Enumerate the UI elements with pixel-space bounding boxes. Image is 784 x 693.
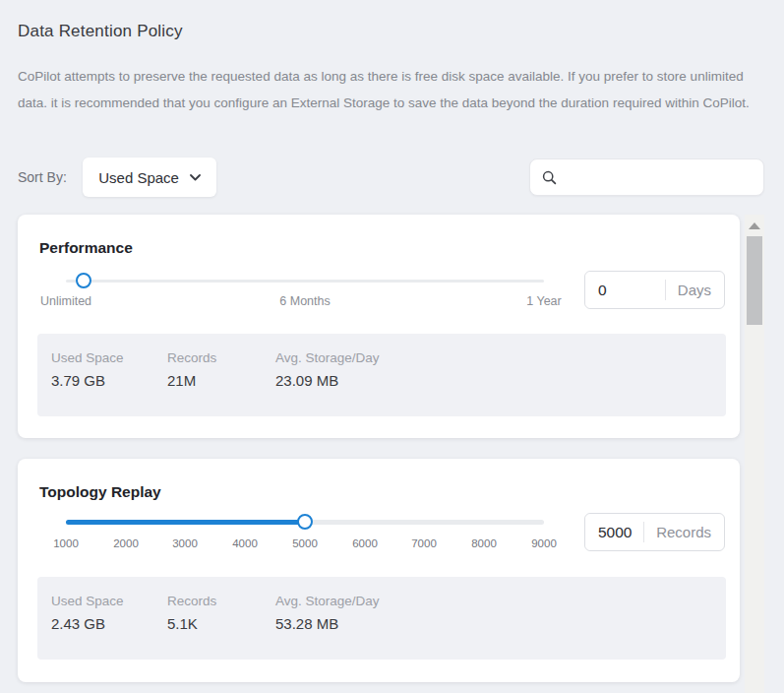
stat-used-space: Used Space 3.79 GB	[51, 350, 167, 416]
scrollbar-thumb[interactable]	[747, 236, 762, 325]
slider-tick-label: 4000	[232, 537, 258, 549]
slider-tick-label: 8000	[471, 537, 497, 549]
stat-used-space: Used Space 2.43 GB	[51, 594, 167, 660]
topology-replay-card: Topology Replay 1000 2000 3000 4000 5000…	[18, 459, 740, 682]
slider-tick-label: 9000	[531, 537, 557, 549]
stat-avg-storage: Avg. Storage/Day 23.09 MB	[275, 350, 726, 416]
stat-records: Records 21M	[167, 350, 275, 416]
stat-value: 53.28 MB	[275, 615, 726, 632]
search-box[interactable]	[529, 158, 764, 196]
slider-handle[interactable]	[297, 514, 313, 530]
toolbar: Sort By: Used Space	[18, 158, 764, 197]
topology-records-input[interactable]	[585, 514, 643, 550]
page-title: Data Retention Policy	[18, 22, 183, 41]
days-unit-label: Days	[665, 272, 724, 308]
stat-label: Records	[167, 350, 275, 365]
slider-tick-label: 1 Year	[526, 294, 561, 308]
vertical-scrollbar[interactable]	[745, 215, 764, 693]
stat-label: Avg. Storage/Day	[275, 350, 726, 365]
slider-tick-label: Unlimited	[40, 294, 91, 308]
records-unit-label: Records	[643, 514, 724, 550]
topology-stats-panel: Used Space 2.43 GB Records 5.1K Avg. Sto…	[37, 577, 726, 660]
stat-records: Records 5.1K	[167, 594, 275, 660]
performance-days-input[interactable]	[585, 272, 665, 308]
data-retention-policy-page: Data Retention Policy CoPilot attempts t…	[0, 0, 784, 693]
chevron-down-icon	[190, 174, 201, 181]
stat-label: Used Space	[51, 350, 167, 365]
stat-label: Records	[167, 594, 275, 608]
stat-value: 21M	[167, 372, 275, 389]
stat-label: Avg. Storage/Day	[275, 594, 726, 608]
slider-tick-label: 3000	[172, 537, 198, 549]
slider-tick-label: 6 Months	[279, 294, 330, 308]
stat-value: 23.09 MB	[275, 372, 726, 389]
slider-tick-label: 2000	[113, 537, 139, 549]
slider-tick-label: 6000	[352, 537, 378, 549]
slider-tick-label: 5000	[292, 537, 318, 549]
performance-retention-slider: Unlimited 6 Months 1 Year	[18, 215, 569, 313]
performance-retention-input-group: Days	[584, 271, 725, 309]
stat-avg-storage: Avg. Storage/Day 53.28 MB	[275, 594, 726, 660]
stat-value: 3.79 GB	[51, 372, 167, 389]
slider-tick-label: 1000	[53, 537, 79, 549]
sort-by-dropdown[interactable]: Used Space	[83, 158, 216, 197]
page-description: CoPilot attempts to preserve the request…	[18, 63, 763, 116]
scroll-up-arrow-icon[interactable]	[749, 222, 760, 229]
stat-value: 5.1K	[167, 615, 275, 632]
slider-track-fill	[66, 520, 305, 525]
topology-replay-retention-slider: 1000 2000 3000 4000 5000 6000 7000 8000 …	[18, 459, 569, 557]
performance-stats-panel: Used Space 3.79 GB Records 21M Avg. Stor…	[37, 334, 726, 416]
sort-by-label: Sort By:	[18, 158, 67, 197]
performance-card: Performance Unlimited 6 Months 1 Year Da…	[18, 215, 740, 438]
stat-label: Used Space	[51, 594, 167, 608]
stat-value: 2.43 GB	[51, 615, 167, 632]
slider-tick-label: 7000	[411, 537, 437, 549]
slider-track[interactable]	[66, 280, 544, 283]
topology-retention-input-group: Records	[584, 513, 725, 551]
search-icon	[542, 170, 557, 185]
search-input[interactable]	[566, 169, 752, 185]
slider-handle[interactable]	[76, 273, 91, 288]
sort-by-selected-value: Used Space	[98, 169, 179, 186]
